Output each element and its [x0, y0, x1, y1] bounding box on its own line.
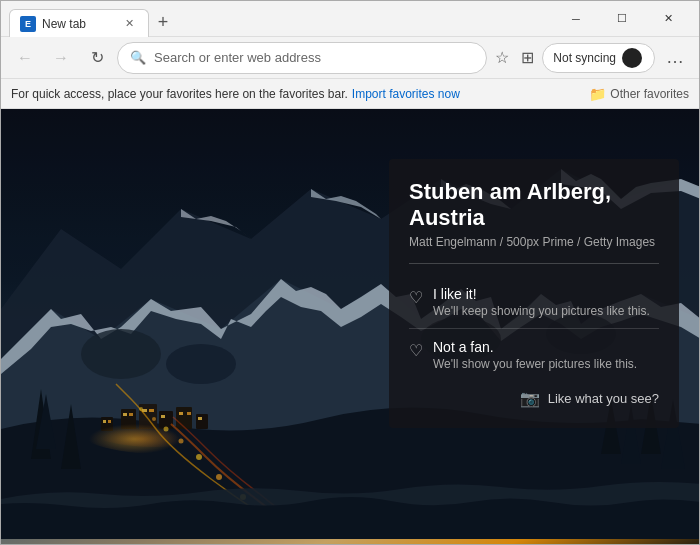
- favorite-icon[interactable]: ☆: [491, 44, 513, 71]
- dislike-option[interactable]: ♡ Not a fan. We'll show you fewer pictur…: [409, 331, 659, 379]
- like-option-title: I like it!: [433, 286, 650, 302]
- camera-icon: 📷: [520, 389, 540, 408]
- forward-button[interactable]: →: [45, 42, 77, 74]
- panel-subtitle: Matt Engelmann / 500px Prime / Getty Ima…: [409, 235, 659, 264]
- new-tab-button[interactable]: +: [149, 8, 177, 36]
- tab-close-button[interactable]: ✕: [120, 15, 138, 33]
- other-favorites[interactable]: 📁 Other favorites: [589, 86, 689, 102]
- like-option-text: I like it! We'll keep showing you pictur…: [433, 286, 650, 318]
- favbar-message: For quick access, place your favorites h…: [11, 87, 348, 101]
- active-tab[interactable]: E New tab ✕: [9, 9, 149, 37]
- sync-label: Not syncing: [553, 51, 616, 65]
- window-controls: ─ ☐ ✕: [553, 1, 691, 37]
- favorites-bar: For quick access, place your favorites h…: [1, 79, 699, 109]
- address-text: Search or enter web address: [154, 50, 474, 65]
- refresh-button[interactable]: ↻: [81, 42, 113, 74]
- navbar: ← → ↻ 🔍 Search or enter web address ☆ ⊞ …: [1, 37, 699, 79]
- tab-title: New tab: [42, 17, 114, 31]
- like-option-desc: We'll keep showing you pictures like thi…: [433, 304, 650, 318]
- titlebar: E New tab ✕ + ─ ☐ ✕: [1, 1, 699, 37]
- panel-divider: [409, 328, 659, 329]
- sync-dot: [622, 48, 642, 68]
- favicon-letter: E: [25, 19, 31, 29]
- like-option[interactable]: ♡ I like it! We'll keep showing you pict…: [409, 278, 659, 326]
- like-what-you-see-label: Like what you see?: [548, 391, 659, 406]
- tab-area: E New tab ✕ +: [9, 1, 553, 36]
- sync-button[interactable]: Not syncing: [542, 43, 655, 73]
- like-bar: 📷 Like what you see?: [409, 389, 659, 408]
- folder-icon: 📁: [589, 86, 606, 102]
- dislike-option-title: Not a fan.: [433, 339, 637, 355]
- close-button[interactable]: ✕: [645, 1, 691, 37]
- dislike-option-text: Not a fan. We'll show you fewer pictures…: [433, 339, 637, 371]
- main-content: Stuben am Arlberg, Austria Matt Engelman…: [1, 109, 699, 544]
- back-button[interactable]: ←: [9, 42, 41, 74]
- more-button[interactable]: …: [659, 42, 691, 74]
- info-panel: Stuben am Arlberg, Austria Matt Engelman…: [389, 159, 679, 428]
- heart-icon: ♡: [409, 288, 423, 307]
- broken-heart-icon: ♡: [409, 341, 423, 360]
- collections-icon[interactable]: ⊞: [517, 44, 538, 71]
- browser-window: E New tab ✕ + ─ ☐ ✕ ← → ↻ 🔍 Search or en…: [0, 0, 700, 545]
- panel-title: Stuben am Arlberg, Austria: [409, 179, 659, 231]
- tab-favicon: E: [20, 16, 36, 32]
- address-bar[interactable]: 🔍 Search or enter web address: [117, 42, 487, 74]
- maximize-button[interactable]: ☐: [599, 1, 645, 37]
- import-favorites-link[interactable]: Import favorites now: [352, 87, 460, 101]
- search-icon: 🔍: [130, 50, 146, 65]
- minimize-button[interactable]: ─: [553, 1, 599, 37]
- other-favorites-label: Other favorites: [610, 87, 689, 101]
- dislike-option-desc: We'll show you fewer pictures like this.: [433, 357, 637, 371]
